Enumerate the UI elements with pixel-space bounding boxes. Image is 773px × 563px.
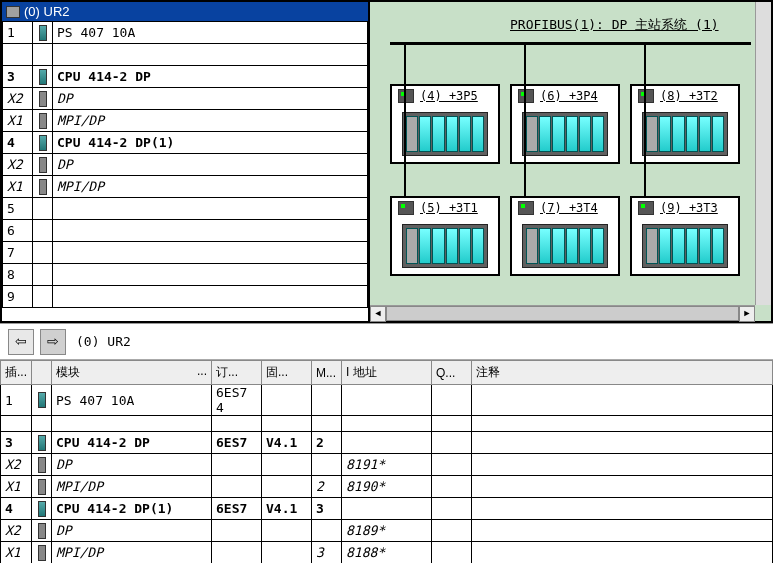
slot-row[interactable]: 9 xyxy=(3,286,368,308)
col-i-address[interactable]: I 地址 xyxy=(342,361,432,385)
slot-module-name xyxy=(53,44,368,66)
detail-row[interactable]: X1MPI/DP38188* xyxy=(1,542,773,564)
cell-module: DP xyxy=(52,454,212,476)
cell-icon xyxy=(32,454,52,476)
detail-row[interactable]: X1MPI/DP28190* xyxy=(1,476,773,498)
scroll-left-button[interactable]: ◄ xyxy=(370,306,386,322)
dp-station[interactable]: (8) +3T2 xyxy=(630,84,740,164)
slot-row[interactable]: X1MPI/DP xyxy=(3,110,368,132)
slot-row[interactable]: X1MPI/DP xyxy=(3,176,368,198)
cell-q-address xyxy=(432,385,472,416)
module-detail-panel: ⇦ ⇨ (0) UR2 插... 模块 ... 订... 固... M... I… xyxy=(0,324,773,562)
detail-title: (0) UR2 xyxy=(76,334,131,349)
submodule-icon xyxy=(39,157,47,173)
dp-station[interactable]: (6) +3P4 xyxy=(510,84,620,164)
col-comment[interactable]: 注释 xyxy=(472,361,773,385)
slot-number: 6 xyxy=(3,220,33,242)
cell-firmware xyxy=(262,416,312,432)
cell-order xyxy=(212,454,262,476)
slot-row[interactable]: X2DP xyxy=(3,88,368,110)
slot-row[interactable] xyxy=(3,44,368,66)
cell-slot: 3 xyxy=(1,432,32,454)
cell-comment xyxy=(472,454,773,476)
slot-row[interactable]: 3CPU 414-2 DP xyxy=(3,66,368,88)
slot-number: X1 xyxy=(3,176,33,198)
bus-drop-line xyxy=(524,42,526,196)
bus-label[interactable]: PROFIBUS(1): DP 主站系统 (1) xyxy=(510,16,719,34)
slot-module-name xyxy=(53,220,368,242)
cell-slot: X1 xyxy=(1,542,32,564)
cell-firmware: V4.1 xyxy=(262,498,312,520)
horizontal-scrollbar[interactable]: ◄ ► xyxy=(370,305,755,321)
dp-station[interactable]: (4) +3P5 xyxy=(390,84,500,164)
cell-order xyxy=(212,520,262,542)
network-diagram-panel[interactable]: PROFIBUS(1): DP 主站系统 (1) (4) +3P5(6) +3P… xyxy=(370,0,773,323)
module-icon xyxy=(38,501,46,517)
cell-q-address xyxy=(432,454,472,476)
slot-row[interactable]: 1PS 407 10A xyxy=(3,22,368,44)
cell-q-address xyxy=(432,520,472,542)
col-firmware[interactable]: 固... xyxy=(262,361,312,385)
slot-icon-cell xyxy=(33,220,53,242)
cell-i-address: 8190* xyxy=(342,476,432,498)
detail-row[interactable]: 4CPU 414-2 DP(1)6ES7V4.13 xyxy=(1,498,773,520)
rack-slot-panel: (0) UR2 1PS 407 10A3CPU 414-2 DPX2DPX1MP… xyxy=(0,0,370,323)
scroll-thumb[interactable] xyxy=(386,306,739,321)
slot-row[interactable]: X2DP xyxy=(3,154,368,176)
cell-firmware xyxy=(262,520,312,542)
cell-i-address: 8189* xyxy=(342,520,432,542)
slot-icon-cell xyxy=(33,176,53,198)
slot-number xyxy=(3,44,33,66)
vertical-scrollbar[interactable] xyxy=(755,2,771,305)
col-order[interactable]: 订... xyxy=(212,361,262,385)
submodule-icon xyxy=(39,113,47,129)
cell-order: 6ES7 xyxy=(212,432,262,454)
cell-icon xyxy=(32,416,52,432)
detail-row[interactable] xyxy=(1,416,773,432)
slot-row[interactable]: 5 xyxy=(3,198,368,220)
slot-module-name xyxy=(53,286,368,308)
detail-row[interactable]: 1PS 407 10A6ES7 4 xyxy=(1,385,773,416)
nav-forward-button[interactable]: ⇨ xyxy=(40,329,66,355)
col-module[interactable]: 模块 ... xyxy=(52,361,212,385)
cell-firmware xyxy=(262,542,312,564)
dp-station[interactable]: (5) +3T1 xyxy=(390,196,500,276)
slot-number: 4 xyxy=(3,132,33,154)
cell-firmware xyxy=(262,385,312,416)
cell-icon xyxy=(32,385,52,416)
cell-icon xyxy=(32,432,52,454)
bus-drop-line xyxy=(644,42,646,196)
slot-row[interactable]: 6 xyxy=(3,220,368,242)
cell-q-address xyxy=(432,432,472,454)
slot-table[interactable]: 1PS 407 10A3CPU 414-2 DPX2DPX1MPI/DP4CPU… xyxy=(2,21,368,308)
cell-slot: 4 xyxy=(1,498,32,520)
dp-station[interactable]: (9) +3T3 xyxy=(630,196,740,276)
cell-m: 2 xyxy=(312,432,342,454)
cell-i-address xyxy=(342,498,432,520)
detail-row[interactable]: 3CPU 414-2 DP6ES7V4.12 xyxy=(1,432,773,454)
cell-i-address xyxy=(342,432,432,454)
station-connector-icon xyxy=(518,89,534,103)
station-label: (9) +3T3 xyxy=(660,201,718,215)
col-slot[interactable]: 插... xyxy=(1,361,32,385)
submodule-icon xyxy=(38,457,46,473)
submodule-icon xyxy=(39,179,47,195)
col-icon[interactable] xyxy=(32,361,52,385)
detail-row[interactable]: X2DP8189* xyxy=(1,520,773,542)
slot-row[interactable]: 8 xyxy=(3,264,368,286)
dp-station[interactable]: (7) +3T4 xyxy=(510,196,620,276)
nav-back-button[interactable]: ⇦ xyxy=(8,329,34,355)
cell-m: 3 xyxy=(312,542,342,564)
col-q-address[interactable]: Q... xyxy=(432,361,472,385)
cell-slot: X2 xyxy=(1,520,32,542)
slot-module-name: MPI/DP xyxy=(53,110,368,132)
cell-module: DP xyxy=(52,520,212,542)
col-m[interactable]: M... xyxy=(312,361,342,385)
scroll-right-button[interactable]: ► xyxy=(739,306,755,322)
slot-row[interactable]: 7 xyxy=(3,242,368,264)
cell-m xyxy=(312,416,342,432)
detail-row[interactable]: X2DP8191* xyxy=(1,454,773,476)
slot-row[interactable]: 4CPU 414-2 DP(1) xyxy=(3,132,368,154)
module-detail-table[interactable]: 插... 模块 ... 订... 固... M... I 地址 Q... 注释 … xyxy=(0,360,773,563)
cell-comment xyxy=(472,476,773,498)
